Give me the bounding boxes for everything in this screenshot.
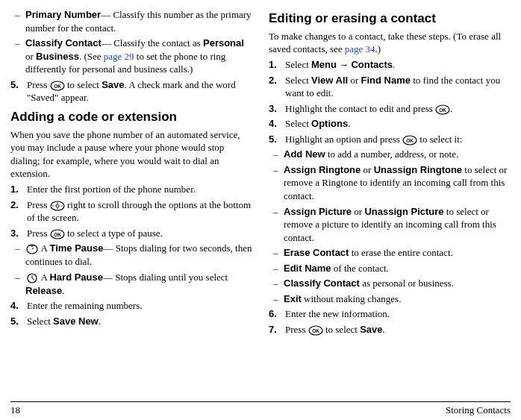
section-heading: Adding a code or extension — [10, 109, 252, 126]
list-item: 1. Enter the first portion of the phone … — [10, 183, 252, 196]
page-columns: – Primary Number— Classify this number a… — [10, 6, 511, 338]
ok-icon — [50, 229, 65, 239]
sublist-item: –Assign Ringtone or Unassign Ringtone to… — [273, 163, 511, 203]
list-item: 3. Press to select a type of pause. — [10, 227, 252, 240]
option-label: Primary Number — [25, 9, 101, 20]
list-item: 4. Enter the remaining numbers. — [10, 299, 252, 313]
sublist-item: –Edit Name of the contact. — [273, 262, 511, 275]
sublist-item: –Classify Contact as personal or busines… — [273, 277, 511, 290]
step-list: 5. Press to select Save. A check mark an… — [10, 78, 252, 104]
list-item: 5. Press to select Save. A check mark an… — [10, 78, 252, 104]
page-number: 18 — [10, 404, 20, 417]
sublist-item: –Erase Contact to erase the entire conta… — [273, 246, 511, 260]
sublist-item: – A Hard Pause— Stops dialing until you … — [15, 271, 252, 298]
sublist-item: –Add New to add a number, address, or no… — [273, 148, 511, 161]
body-paragraph: When you save the phone number of an aut… — [10, 128, 252, 181]
right-column: Editing or erasing a contact To make cha… — [269, 6, 511, 338]
sublist-item: – Classify Contact— Classify the contact… — [15, 37, 252, 76]
nav-icon — [50, 201, 65, 211]
list-item: 3. Highlight the contact to edit and pre… — [269, 102, 511, 116]
list-item: 5. Select Save New. — [10, 315, 252, 328]
step-list: 6. Enter the new information. 7. Press t… — [269, 307, 511, 336]
list-item: 7. Press to select Save. — [269, 323, 511, 336]
step-list: 1. Select Menu → Contacts. 2. Select Vie… — [269, 58, 511, 145]
sublist-item: –Assign Picture or Unassign Picture to s… — [273, 205, 511, 245]
left-column: – Primary Number— Classify this number a… — [10, 6, 252, 338]
pause-sublist: – A Time Pause— Stops dialing for two se… — [10, 242, 252, 297]
section-title: Storing Contacts — [446, 404, 511, 417]
list-item: 6. Enter the new information. — [269, 307, 511, 321]
time-pause-icon — [25, 243, 39, 255]
ok-icon — [402, 135, 417, 145]
step-list: 1. Enter the first portion of the phone … — [10, 183, 252, 239]
ok-icon — [308, 325, 323, 336]
ok-icon — [435, 104, 450, 115]
option-sublist: –Add New to add a number, address, or no… — [269, 148, 511, 305]
page-link[interactable]: page 29 — [104, 51, 134, 62]
hard-pause-icon — [25, 272, 39, 284]
list-item: 5. Highlight an option and press to sele… — [269, 133, 511, 146]
step-list: 4. Enter the remaining numbers. 5. Selec… — [10, 299, 252, 327]
page-link[interactable]: page 34 — [345, 43, 375, 54]
section-heading: Editing or erasing a contact — [269, 10, 511, 28]
list-item: 2. Press right to scroll through the opt… — [10, 198, 252, 225]
body-paragraph: To make changes to a contact, take these… — [269, 30, 511, 56]
sublist-item: –Exit without making changes. — [273, 292, 511, 306]
sublist-item: – Primary Number— Classify this number a… — [15, 8, 252, 34]
option-label: Classify Contact — [25, 37, 102, 48]
list-item: 4. Select Options. — [269, 117, 511, 131]
ok-icon — [50, 81, 65, 91]
pre-sublist: – Primary Number— Classify this number a… — [10, 8, 252, 76]
page-footer: 18 Storing Contacts — [10, 401, 511, 417]
list-item: 2. Select View All or Find Name to find … — [269, 74, 511, 100]
sublist-item: – A Time Pause— Stops dialing for two se… — [15, 242, 252, 269]
list-item: 1. Select Menu → Contacts. — [269, 58, 511, 72]
